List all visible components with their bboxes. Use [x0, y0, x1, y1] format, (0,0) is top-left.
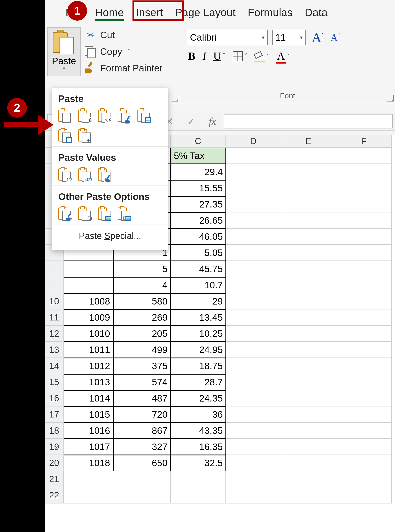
cell[interactable]: 327	[113, 439, 171, 455]
cell[interactable]: 4	[113, 277, 171, 293]
cell[interactable]	[336, 374, 392, 390]
cell[interactable]: 487	[113, 390, 171, 406]
cell[interactable]: 499	[113, 342, 171, 358]
cell[interactable]	[226, 212, 281, 229]
cell[interactable]: 45.75	[171, 261, 226, 277]
italic-button[interactable]: I	[201, 50, 208, 62]
cell[interactable]: 720	[113, 406, 171, 423]
cell[interactable]	[226, 487, 281, 504]
cell[interactable]: 574	[113, 374, 171, 390]
cell[interactable]: 269	[113, 309, 171, 326]
cell[interactable]	[336, 309, 392, 326]
cell[interactable]	[281, 164, 336, 180]
paste-option-link[interactable]: ⧉	[78, 207, 92, 220]
cell[interactable]: 5.05	[171, 245, 226, 261]
format-painter-button[interactable]: Format Painter	[84, 62, 163, 75]
insert-function-button[interactable]: fx	[209, 116, 216, 127]
cell[interactable]	[336, 148, 392, 164]
cell[interactable]	[281, 293, 336, 309]
cell[interactable]	[336, 212, 392, 229]
cell[interactable]	[281, 180, 336, 196]
cell[interactable]	[281, 212, 336, 229]
cell[interactable]	[281, 309, 336, 326]
cell[interactable]	[226, 471, 281, 487]
paste-option-values-source-formatting[interactable]: 12	[98, 168, 112, 181]
cell[interactable]	[226, 455, 281, 471]
paste-option-paste[interactable]	[58, 109, 72, 123]
cell[interactable]	[336, 245, 392, 261]
paste-button[interactable]: Paste ˅	[47, 27, 81, 76]
paste-option-linked-picture[interactable]: ⧉	[118, 207, 132, 220]
formula-enter-button[interactable]: ✓	[187, 116, 195, 127]
paste-option-formatting[interactable]: %	[58, 207, 72, 220]
cell[interactable]	[336, 487, 392, 504]
tab-formulas[interactable]: Formulas	[243, 5, 297, 20]
cell[interactable]	[336, 261, 392, 277]
cell[interactable]: 26.65	[171, 212, 226, 229]
cell[interactable]: 24.95	[171, 342, 226, 358]
cell[interactable]	[226, 390, 281, 406]
cell[interactable]: 205	[113, 326, 171, 342]
tab-insert[interactable]: Insert	[131, 5, 168, 20]
row-header[interactable]: 12	[45, 326, 64, 342]
cell[interactable]	[226, 358, 281, 374]
cell[interactable]: 27.35	[171, 196, 226, 212]
cell[interactable]: 10.7	[171, 277, 226, 293]
row-header[interactable]: 17	[45, 406, 64, 423]
cell[interactable]	[281, 374, 336, 390]
cell[interactable]	[64, 471, 113, 487]
cell[interactable]	[171, 471, 226, 487]
cell[interactable]	[226, 180, 281, 196]
row-header[interactable]: 21	[45, 471, 64, 487]
cell[interactable]: 1011	[64, 342, 113, 358]
cell[interactable]	[226, 164, 281, 180]
cell[interactable]	[281, 406, 336, 423]
row-header[interactable]: 18	[45, 423, 64, 439]
cell[interactable]	[336, 471, 392, 487]
cell[interactable]: 28.7	[171, 374, 226, 390]
paste-option-no-borders[interactable]	[137, 109, 151, 123]
tab-file[interactable]: File	[61, 5, 88, 20]
cell[interactable]	[226, 439, 281, 455]
row-header[interactable]: 13	[45, 342, 64, 358]
paste-chevron-icon[interactable]: ˅	[62, 66, 66, 75]
underline-button[interactable]: U ˅	[212, 50, 227, 62]
row-header[interactable]	[45, 277, 64, 293]
cell[interactable]: 1015	[64, 406, 113, 423]
increase-font-size-button[interactable]: Aˆ	[310, 30, 325, 45]
paste-option-formulas[interactable]: fx	[78, 109, 92, 123]
font-size-combo[interactable]: 11 ▾	[272, 30, 306, 45]
cell[interactable]: 18.75	[171, 358, 226, 374]
cell[interactable]	[226, 261, 281, 277]
cell[interactable]	[226, 423, 281, 439]
cell[interactable]	[281, 455, 336, 471]
cell[interactable]	[281, 487, 336, 504]
cell[interactable]: 1013	[64, 374, 113, 390]
cell[interactable]: 10.25	[171, 326, 226, 342]
row-header[interactable]: 22	[45, 487, 64, 504]
cell[interactable]	[336, 293, 392, 309]
cut-button[interactable]: ✂ Cut	[84, 29, 163, 41]
col-header-d[interactable]: D	[226, 135, 281, 148]
cell[interactable]: 1017	[64, 439, 113, 455]
formula-input[interactable]	[224, 114, 393, 128]
cell[interactable]: 1009	[64, 309, 113, 326]
cell[interactable]	[336, 342, 392, 358]
paste-option-values-number-formatting[interactable]: %123	[78, 168, 92, 181]
cell[interactable]	[281, 196, 336, 212]
copy-chevron-icon[interactable]: ˅	[127, 48, 131, 56]
cell[interactable]: 1018	[64, 455, 113, 471]
cell[interactable]	[226, 309, 281, 326]
cell[interactable]	[336, 390, 392, 406]
clipboard-dialog-launcher[interactable]	[172, 95, 178, 102]
cell[interactable]	[226, 326, 281, 342]
cell[interactable]	[64, 261, 113, 277]
cell[interactable]: 29	[171, 293, 226, 309]
cell[interactable]	[336, 180, 392, 196]
cell[interactable]	[64, 487, 113, 504]
cell[interactable]	[226, 229, 281, 245]
cell[interactable]	[336, 196, 392, 212]
row-header[interactable]: 19	[45, 439, 64, 455]
row-header[interactable]: 20	[45, 455, 64, 471]
tab-page-layout[interactable]: Page Layout	[170, 5, 241, 20]
